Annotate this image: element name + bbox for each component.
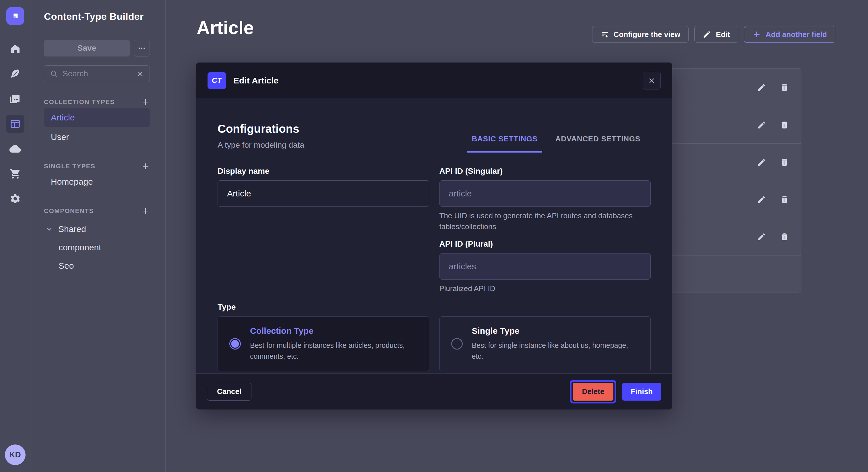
- save-button[interactable]: Save: [44, 40, 130, 57]
- display-name-input[interactable]: [218, 180, 429, 207]
- collection-type-title: Collection Type: [250, 326, 416, 336]
- content-type-badge: CT: [208, 72, 226, 89]
- collection-types-header: COLLECTION TYPES: [44, 98, 115, 106]
- search-icon: [50, 70, 58, 78]
- modal-header: CT Edit Article: [196, 63, 672, 98]
- edit-field-icon[interactable]: [755, 193, 768, 206]
- delete-button[interactable]: Delete: [572, 383, 613, 401]
- feather-icon[interactable]: [6, 65, 24, 83]
- display-name-label: Display name: [218, 167, 429, 176]
- modal-title: Edit Article: [234, 76, 278, 86]
- api-id-singular-input[interactable]: [439, 180, 651, 207]
- cancel-button[interactable]: Cancel: [207, 383, 251, 401]
- configure-view-button[interactable]: Configure the view: [592, 26, 689, 43]
- cart-icon[interactable]: [6, 165, 24, 183]
- api-id-plural-label: API ID (Plural): [439, 239, 651, 248]
- delete-button-focus-ring: Delete: [570, 380, 616, 403]
- delete-field-icon[interactable]: [778, 193, 791, 206]
- filter-lines-icon: [600, 30, 609, 39]
- logo-container: [0, 0, 30, 32]
- search-placeholder: Search: [63, 69, 132, 78]
- close-modal-button[interactable]: [643, 72, 661, 90]
- delete-field-icon[interactable]: [778, 231, 791, 243]
- single-type-desc: Best for single instance like about us, …: [472, 340, 639, 362]
- rail-bottom: KD: [0, 438, 30, 472]
- delete-field-icon[interactable]: [778, 81, 791, 94]
- sidebar: Content-Type Builder Save Search COLLECT…: [31, 0, 166, 472]
- configurations-subheading: A type for modeling data: [218, 140, 304, 150]
- api-id-plural-input[interactable]: [439, 253, 651, 279]
- tab-basic-settings[interactable]: BASIC SETTINGS: [467, 134, 542, 153]
- radio-selected-icon[interactable]: [229, 338, 241, 349]
- sidebar-item-user[interactable]: User: [44, 128, 150, 146]
- nav-rail: KD: [0, 0, 30, 472]
- add-collection-type-button[interactable]: [141, 98, 150, 106]
- single-type-title: Single Type: [472, 326, 639, 336]
- tab-advanced-settings[interactable]: ADVANCED SETTINGS: [551, 134, 645, 152]
- edit-button[interactable]: Edit: [694, 26, 738, 43]
- sidebar-item-component[interactable]: component: [59, 243, 150, 252]
- settings-gear-icon[interactable]: [6, 190, 24, 208]
- api-id-singular-helper: The UID is used to generate the API rout…: [439, 210, 651, 232]
- edit-field-icon[interactable]: [755, 119, 768, 131]
- delete-field-icon[interactable]: [778, 119, 791, 131]
- edit-field-icon[interactable]: [755, 156, 768, 169]
- edit-field-icon[interactable]: [755, 231, 768, 243]
- page-title: Article: [197, 17, 254, 38]
- close-icon: [648, 77, 656, 84]
- add-single-type-button[interactable]: [141, 162, 150, 171]
- collection-type-desc: Best for multiple instances like article…: [250, 340, 416, 362]
- clear-search-icon[interactable]: [136, 70, 144, 77]
- add-component-button[interactable]: [141, 207, 150, 215]
- settings-tabs: BASIC SETTINGS ADVANCED SETTINGS: [467, 134, 645, 152]
- app-root: KD Content-Type Builder Save Search COLL…: [0, 0, 868, 472]
- media-library-icon[interactable]: [6, 90, 24, 108]
- configurations-heading: Configurations: [218, 123, 304, 135]
- collection-type-option[interactable]: Collection Type Best for multiple instan…: [218, 316, 429, 371]
- toolbar: Configure the view Edit Add another fiel…: [592, 26, 835, 43]
- components-header: COMPONENTS: [44, 207, 94, 215]
- pencil-icon: [703, 30, 711, 39]
- edit-field-icon[interactable]: [755, 81, 768, 94]
- content-type-builder-icon[interactable]: [6, 115, 24, 133]
- sidebar-item-seo[interactable]: Seo: [59, 261, 150, 271]
- api-id-plural-helper: Pluralized API ID: [439, 283, 651, 294]
- plus-icon: [752, 30, 761, 39]
- sidebar-item-article[interactable]: Article: [44, 108, 150, 127]
- rail-nav: [0, 32, 30, 208]
- chevron-down-icon: [45, 225, 53, 233]
- modal-body: Configurations A type for modeling data …: [196, 98, 672, 373]
- app-title: Content-Type Builder: [44, 11, 150, 22]
- edit-modal: CT Edit Article Configurations A type fo…: [196, 63, 672, 409]
- sidebar-group-label: Shared: [58, 224, 86, 234]
- radio-unselected-icon[interactable]: [451, 338, 463, 349]
- single-type-option[interactable]: Single Type Best for single instance lik…: [439, 316, 651, 371]
- modal-footer: Cancel Delete Finish: [196, 373, 672, 409]
- add-another-field-button[interactable]: Add another field: [744, 26, 835, 43]
- type-label: Type: [218, 303, 651, 312]
- finish-button[interactable]: Finish: [622, 383, 661, 401]
- cloud-icon[interactable]: [6, 140, 24, 158]
- search-input[interactable]: Search: [44, 65, 150, 82]
- delete-field-icon[interactable]: [778, 156, 791, 169]
- api-id-singular-label: API ID (Singular): [439, 167, 651, 176]
- single-types-header: SINGLE TYPES: [44, 163, 95, 170]
- home-icon[interactable]: [6, 40, 24, 58]
- strapi-logo-icon[interactable]: [6, 7, 24, 25]
- sidebar-group-shared[interactable]: Shared: [45, 224, 150, 234]
- more-options-button[interactable]: [134, 40, 150, 57]
- sidebar-item-homepage[interactable]: Homepage: [44, 173, 150, 191]
- avatar[interactable]: KD: [5, 444, 26, 465]
